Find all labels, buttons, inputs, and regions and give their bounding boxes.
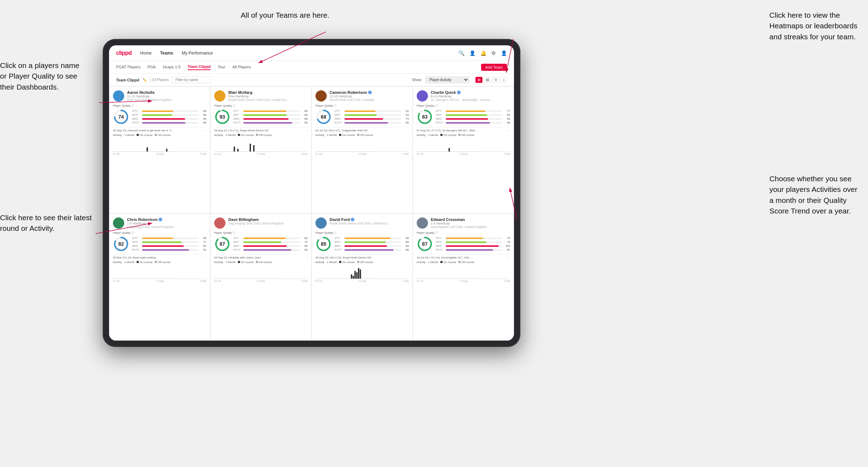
on-course-dot	[137, 261, 139, 263]
stat-row: PUTT 95	[233, 121, 308, 124]
quality-section: 74 OTT 60 APP 58 ARG 84 PUTT	[113, 109, 206, 125]
latest-round[interactable]: 04 Sep 23 | Mobility with coach, Gym →	[214, 254, 308, 259]
quality-section: 87 OTT 82 APP 74 ARG 85 PUTT	[214, 236, 308, 252]
chart-labels: 31 Jul 21 Aug 4 Sep	[315, 280, 409, 282]
nav-my-performance[interactable]: My Performance	[182, 51, 213, 56]
quality-circle[interactable]: 93	[214, 109, 230, 125]
player-card[interactable]: Aaron Nicholls 11-15 Handicap Drift Golf…	[109, 86, 210, 213]
quality-section: 68 OTT 61 APP 63 ARG 75 PUTT	[315, 109, 409, 125]
nav-logo: clippd	[116, 50, 132, 56]
stat-row: PUTT 86	[436, 121, 510, 124]
stat-row: PUTT 96	[335, 248, 409, 251]
off-course-dot	[256, 261, 258, 263]
stat-row: OTT 82	[233, 237, 308, 240]
quality-circle[interactable]: 68	[315, 109, 332, 125]
player-card[interactable]: Dave Billingham Sag Maging Golf Club, Un…	[210, 213, 312, 341]
player-name[interactable]: Edward Crossman	[431, 217, 510, 222]
quality-circle[interactable]: 83	[417, 109, 433, 125]
chart-labels: 31 Jul 21 Aug 4 Sep	[417, 280, 510, 282]
player-card[interactable]: Charlie Quick ✓ 6-10 Handicap St. George…	[413, 86, 514, 213]
player-header: Blair McHarg Plus Handicap Royal North D…	[214, 90, 308, 102]
tab-team-clippd[interactable]: Team Clippd	[188, 64, 211, 70]
round-arrow-icon: →	[507, 129, 510, 132]
filter-input[interactable]	[172, 76, 211, 83]
settings-icon[interactable]: ⚙	[491, 50, 496, 56]
mini-chart	[214, 265, 308, 279]
nav-home[interactable]: Home	[140, 51, 152, 56]
quality-circle[interactable]: 87	[214, 236, 230, 252]
filter-btn[interactable]: ▽	[492, 77, 499, 83]
quality-number: 82	[118, 241, 124, 247]
stats-list: OTT 82 APP 74 ARG 85 PUTT 94	[233, 237, 308, 251]
nav-teams[interactable]: Teams	[160, 51, 173, 56]
round-arrow-icon: →	[204, 256, 206, 259]
list-view-btn[interactable]: ⊟	[484, 77, 491, 83]
player-name[interactable]: Chris Robertson ✓	[127, 217, 206, 222]
latest-round[interactable]: 02 Sep 23 | Sunrise round to get back in…	[113, 127, 206, 132]
sort-btn[interactable]: ↕	[501, 77, 507, 83]
player-card[interactable]: Chris Robertson ✓ 1-5 Handicap Craigmill…	[109, 213, 210, 341]
stats-list: OTT 77 APP 80 ARG 83 PUTT 86	[436, 109, 510, 124]
quality-circle[interactable]: 85	[315, 236, 332, 252]
off-course-dot	[155, 134, 157, 136]
show-select[interactable]: Player Activity Quality Score Trend	[426, 76, 469, 83]
player-name[interactable]: Cameron Robertson ✓	[330, 90, 409, 95]
tab-pgat-players[interactable]: PGAT Players	[116, 65, 141, 70]
add-team-button[interactable]: Add Team	[481, 64, 507, 71]
player-name[interactable]: Blair McHarg	[228, 90, 308, 95]
latest-round[interactable]: 18 Jul 23 | 74 (+4), Sunningdale GC - Ol…	[417, 254, 510, 259]
player-avatar	[113, 90, 124, 102]
player-header: David Ford ✓ Royal North Devon Golf Club…	[315, 217, 409, 229]
stat-row: APP 80	[436, 113, 510, 116]
stat-row: ARG 88	[233, 117, 308, 120]
activity-header: Activity · 1 Month On course Off course	[214, 261, 308, 264]
quality-circle[interactable]: 82	[113, 236, 129, 252]
stat-row: APP 77	[132, 240, 206, 244]
quality-number: 83	[422, 114, 428, 120]
activity-section: Activity · 1 Month On course Off course …	[113, 133, 206, 155]
bell-icon[interactable]: 🔔	[480, 50, 486, 56]
quality-label: Player Quality ⓘ	[417, 231, 510, 235]
quality-label: Player Quality ⓘ	[417, 104, 510, 108]
latest-round[interactable]: 07 Aug 23 | 77 (+7), St George's Hill GC…	[417, 127, 510, 132]
profile-icon[interactable]: 👤	[469, 50, 475, 56]
stats-list: OTT 60 APP 58 ARG 84 PUTT 85	[132, 109, 206, 124]
player-avatar	[214, 217, 225, 229]
quality-circle[interactable]: 87	[417, 236, 433, 252]
edit-icon[interactable]: ✏️	[143, 78, 147, 82]
stat-row: ARG 81	[132, 244, 206, 247]
tab-hcaps[interactable]: Hcaps 1-5	[163, 65, 181, 70]
activity-header: Activity · 1 Month On course Off course	[214, 133, 308, 137]
tab-all-players[interactable]: All Players	[233, 65, 251, 70]
quality-number: 85	[321, 241, 326, 247]
latest-round[interactable]: 26 Aug 23 | 73 (+1), Royal North Devon G…	[214, 127, 308, 132]
quality-circle[interactable]: 74	[113, 109, 129, 125]
activity-section: Activity · 1 Month On course Off course …	[417, 261, 510, 282]
latest-round[interactable]: 26 Aug 23 | 84 (+12), Royal North Devon …	[315, 254, 409, 259]
player-name[interactable]: Aaron Nicholls	[127, 90, 206, 95]
sub-tabs: PGAT Players PGA Hcaps 1-5 Team Clippd T…	[109, 61, 514, 74]
player-card[interactable]: David Ford ✓ Royal North Devon Golf Club…	[312, 213, 413, 341]
view-icons: ⊞ ⊟ ▽ ↕	[475, 77, 507, 83]
player-name[interactable]: David Ford ✓	[330, 217, 409, 222]
quality-label: Player Quality ⓘ	[315, 104, 409, 108]
latest-round[interactable]: 05 Mar 23 | 19, Must make putting →	[113, 254, 206, 259]
on-course-dot	[137, 134, 139, 136]
grid-view-btn[interactable]: ⊞	[475, 77, 482, 83]
on-course-dot	[440, 134, 442, 136]
stat-row: PUTT 92	[436, 248, 510, 251]
tab-tour[interactable]: Tour	[218, 65, 225, 70]
latest-round[interactable]: 02 Jul 23 | 59 (+17), Craigsimilar Park …	[315, 127, 409, 132]
player-card[interactable]: Cameron Robertson ✓ 11-15 Handicap Royal…	[312, 86, 413, 213]
chart-labels: 31 Jul 21 Aug 4 Sep	[214, 153, 308, 155]
tab-pga[interactable]: PGA	[148, 65, 156, 70]
user-icon[interactable]: 👤	[501, 50, 507, 56]
player-card[interactable]: Blair McHarg Plus Handicap Royal North D…	[210, 86, 312, 213]
player-name[interactable]: Dave Billingham	[228, 217, 308, 222]
activity-section: Activity · 1 Month On course Off course …	[214, 133, 308, 155]
player-name[interactable]: Charlie Quick ✓	[431, 90, 510, 95]
player-club: Royal Perth Golf Club, Australia	[330, 98, 409, 102]
player-card[interactable]: Edward Crossman 1-5 Handicap Sunningdale…	[413, 213, 514, 341]
stat-row: OTT 77	[436, 109, 510, 113]
search-icon[interactable]: 🔍	[458, 50, 464, 56]
